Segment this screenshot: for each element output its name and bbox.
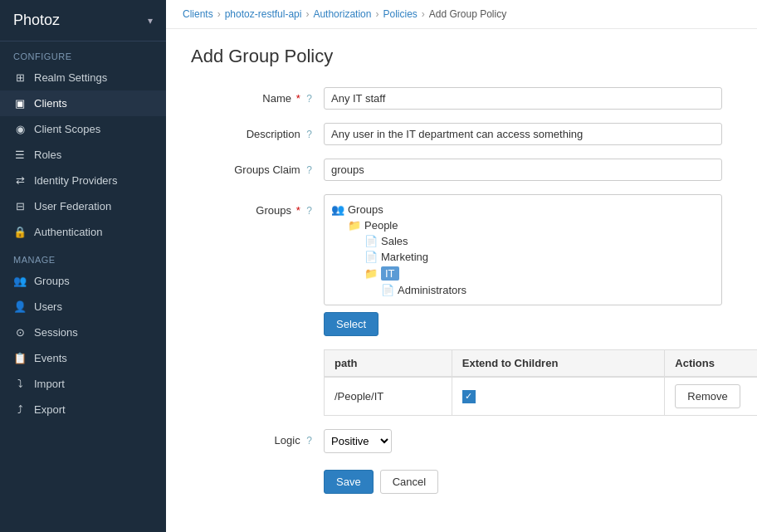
remove-button[interactable]: Remove — [675, 384, 740, 408]
tree-people-label: People — [364, 219, 398, 232]
table-row: /People/IT ✓ Remove — [325, 377, 758, 416]
tree-administrators-label: Administrators — [398, 284, 466, 296]
breadcrumb-authorization[interactable]: Authorization — [313, 8, 371, 20]
cell-path: /People/IT — [325, 377, 452, 416]
user-federation-icon: ⊟ — [13, 200, 27, 212]
breadcrumb-sep-2: › — [305, 8, 309, 20]
name-help-icon[interactable]: ? — [306, 93, 312, 105]
tree-node-sales[interactable]: 📄 Sales — [364, 233, 715, 249]
breadcrumb-sep-4: › — [422, 8, 425, 20]
sidebar-item-user-federation[interactable]: ⊟ User Federation — [0, 193, 166, 219]
page-content-area: Add Group Policy Name * ? Description ? … — [166, 29, 757, 510]
tree-children-people: 📄 Sales 📄 Marketing 📁 IT — [348, 233, 715, 298]
app-chevron[interactable]: ▾ — [148, 15, 153, 27]
sidebar: Photoz ▾ Configure ⊞ Realm Settings ▣ Cl… — [0, 0, 166, 532]
description-form-group: Description ? — [191, 123, 732, 145]
action-buttons: Save Cancel — [191, 470, 732, 494]
description-help-icon[interactable]: ? — [306, 129, 312, 140]
sidebar-item-export[interactable]: ⤴ Export — [0, 397, 166, 422]
col-extend: Extend to Children — [452, 350, 665, 378]
sidebar-item-label: Authentication — [34, 226, 102, 238]
breadcrumb: Clients › photoz-restful-api › Authoriza… — [166, 0, 757, 29]
main-content: Clients › photoz-restful-api › Authoriza… — [166, 0, 757, 532]
sidebar-item-label: Identity Providers — [34, 174, 117, 187]
cancel-button[interactable]: Cancel — [380, 470, 438, 494]
sidebar-item-label: Export — [34, 403, 66, 416]
sidebar-item-sessions[interactable]: ⊙ Sessions — [0, 320, 166, 345]
logic-select[interactable]: Positive Negative — [324, 429, 392, 453]
groups-help-icon[interactable]: ? — [306, 205, 312, 217]
tree-node-groups[interactable]: 👥 Groups — [331, 202, 715, 217]
configure-section-title: Configure — [0, 41, 166, 65]
cell-actions: Remove — [665, 377, 757, 416]
sidebar-item-import[interactable]: ⤵ Import — [0, 371, 166, 397]
select-button[interactable]: Select — [324, 312, 378, 336]
breadcrumb-photoz-restful-api[interactable]: photoz-restful-api — [225, 8, 302, 20]
breadcrumb-policies[interactable]: Policies — [383, 8, 417, 20]
groups-form-group: Groups * ? 👥 Groups 📁 People — [191, 194, 732, 416]
tree-it-label: IT — [381, 266, 399, 281]
sidebar-item-client-scopes[interactable]: ◉ Client Scopes — [0, 116, 166, 142]
sidebar-item-label: User Federation — [34, 200, 111, 212]
save-button[interactable]: Save — [324, 470, 374, 494]
marketing-icon: 📄 — [364, 251, 378, 263]
description-label: Description ? — [191, 123, 324, 140]
manage-section-title: Manage — [0, 245, 166, 268]
groups-claim-form-group: Groups Claim ? — [191, 159, 732, 181]
sidebar-item-identity-providers[interactable]: ⇄ Identity Providers — [0, 168, 166, 193]
sidebar-item-events[interactable]: 📋 Events — [0, 345, 166, 371]
name-required: * — [296, 92, 300, 105]
page-title: Add Group Policy — [191, 46, 732, 67]
tree-node-it[interactable]: 📁 IT — [364, 265, 715, 282]
tree-children-it: 📄 Administrators — [364, 282, 715, 298]
sidebar-item-label: Sessions — [34, 326, 78, 339]
people-folder-icon: 📁 — [348, 219, 361, 232]
export-icon: ⤴ — [13, 403, 27, 416]
extend-children-checkbox[interactable]: ✓ — [462, 390, 476, 403]
breadcrumb-clients[interactable]: Clients — [183, 8, 213, 20]
sidebar-item-label: Users — [34, 300, 62, 313]
groups-claim-help-icon[interactable]: ? — [306, 164, 312, 176]
events-icon: 📋 — [13, 352, 27, 364]
tree-marketing-label: Marketing — [381, 251, 428, 263]
logic-help-icon[interactable]: ? — [306, 435, 312, 447]
sidebar-item-label: Groups — [34, 275, 70, 287]
groups-root-icon: 👥 — [331, 203, 344, 216]
it-folder-icon: 📁 — [364, 267, 378, 280]
groups-claim-input[interactable] — [324, 159, 722, 181]
sidebar-item-roles[interactable]: ☰ Roles — [0, 142, 166, 168]
name-input[interactable] — [324, 87, 722, 110]
groups-table-container: path Extend to Children Actions /People/… — [324, 349, 757, 416]
logic-label: Logic ? — [191, 429, 324, 447]
cell-extend[interactable]: ✓ — [452, 377, 665, 416]
users-icon: 👤 — [13, 300, 27, 313]
sidebar-item-label: Roles — [34, 149, 61, 161]
tree-node-administrators[interactable]: 📄 Administrators — [381, 282, 715, 298]
sidebar-item-label: Import — [34, 378, 65, 390]
sidebar-item-realm-settings[interactable]: ⊞ Realm Settings — [0, 65, 166, 90]
authentication-icon: 🔒 — [13, 226, 27, 238]
name-label: Name * ? — [191, 87, 324, 105]
tree-sales-label: Sales — [381, 235, 408, 247]
sidebar-item-label: Client Scopes — [34, 123, 100, 135]
realm-settings-icon: ⊞ — [13, 71, 27, 84]
app-header[interactable]: Photoz ▾ — [0, 0, 166, 41]
sidebar-item-authentication[interactable]: 🔒 Authentication — [0, 219, 166, 245]
client-scopes-icon: ◉ — [13, 123, 27, 135]
import-icon: ⤵ — [13, 378, 27, 390]
roles-icon: ☰ — [13, 149, 27, 161]
groups-label: Groups * ? — [191, 199, 324, 217]
tree-children-root: 📁 People 📄 Sales 📄 Marketing — [331, 217, 715, 298]
description-input[interactable] — [324, 123, 722, 145]
sidebar-item-users[interactable]: 👤 Users — [0, 294, 166, 320]
sidebar-item-groups[interactable]: 👥 Groups — [0, 268, 166, 294]
groups-claim-label: Groups Claim ? — [191, 159, 324, 176]
name-form-group: Name * ? — [191, 87, 732, 110]
tree-node-marketing[interactable]: 📄 Marketing — [364, 249, 715, 265]
col-path: path — [325, 350, 452, 378]
sidebar-item-clients[interactable]: ▣ Clients — [0, 90, 166, 116]
sales-icon: 📄 — [364, 235, 378, 247]
select-button-container: Select — [324, 312, 757, 336]
tree-node-people[interactable]: 📁 People — [348, 217, 715, 233]
breadcrumb-sep-3: › — [375, 8, 378, 20]
